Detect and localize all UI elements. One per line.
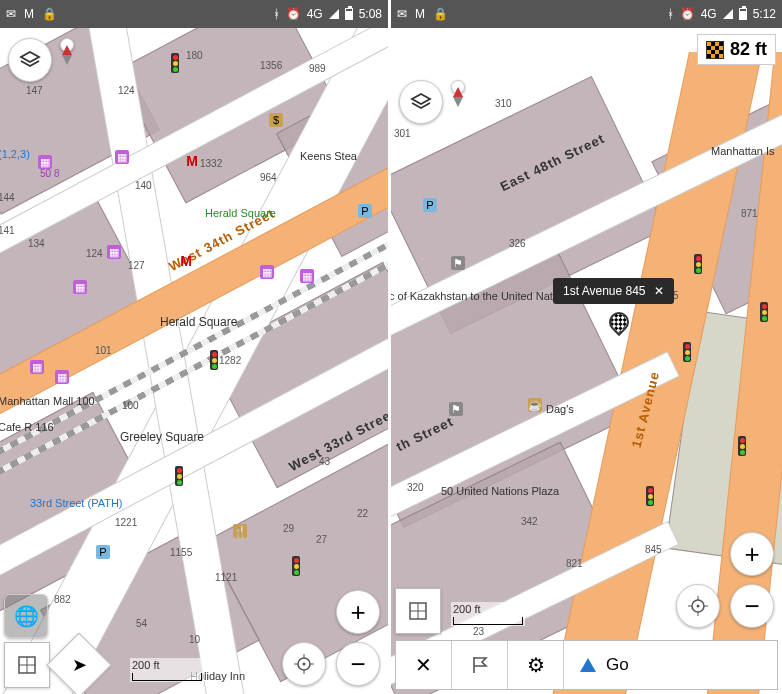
alarm-icon: ⏰ xyxy=(286,7,301,21)
cancel-button[interactable]: ✕ xyxy=(396,641,452,689)
network-label: 4G xyxy=(701,7,717,21)
distance-badge: 82 ft xyxy=(697,34,776,65)
house-num: 23 xyxy=(473,626,484,637)
house-num: 127 xyxy=(128,260,145,271)
poi-dags: Dag's xyxy=(546,403,574,415)
house-num: 180 xyxy=(186,50,203,61)
locate-button[interactable] xyxy=(282,642,326,686)
alarm-icon: ⏰ xyxy=(680,7,695,21)
grid-button[interactable] xyxy=(395,588,441,634)
house-num: 301 xyxy=(394,128,411,139)
poi-food-icon: 🍴 xyxy=(233,524,247,538)
poi-manhattan-mall: Manhattan Mall 100 xyxy=(0,395,95,407)
greeley-square-label: Greeley Square xyxy=(120,430,204,444)
poi-shop-icon: ▦ xyxy=(107,245,121,259)
layers-button[interactable] xyxy=(399,80,443,124)
poi-shop-icon: ▦ xyxy=(55,370,69,384)
house-num: 144 xyxy=(0,192,15,203)
poi-park-icon: P xyxy=(358,204,372,218)
traffic-light-icon xyxy=(646,486,654,506)
bluetooth-icon: ᚼ xyxy=(667,7,674,21)
battery-icon xyxy=(739,8,747,20)
poi-cafe-icon: ☕ xyxy=(528,398,542,412)
grid-button[interactable] xyxy=(4,642,50,688)
traffic-light-icon xyxy=(171,53,179,73)
house-num: 29 xyxy=(283,523,294,534)
house-num: 147 xyxy=(26,85,43,96)
house-num: 124 xyxy=(118,85,135,96)
svg-point-10 xyxy=(697,605,700,608)
lock-icon: 🔒 xyxy=(433,7,448,21)
traffic-light-icon xyxy=(694,254,702,274)
signal-icon xyxy=(723,9,733,19)
house-num: 310 xyxy=(495,98,512,109)
layers-button[interactable] xyxy=(8,38,52,82)
zoom-in-button[interactable]: + xyxy=(730,532,774,576)
house-num: 27 xyxy=(316,534,327,545)
route-toolbar: ✕ ⚙ Go xyxy=(395,640,778,690)
house-num: 101 xyxy=(95,345,112,356)
traffic-light-icon xyxy=(175,466,183,486)
poi-shop-icon: ▦ xyxy=(300,269,314,283)
house-num: 989 xyxy=(309,63,326,74)
lock-icon: 🔒 xyxy=(42,7,57,21)
zoom-out-button[interactable]: − xyxy=(336,642,380,686)
flag-outline-icon xyxy=(470,655,490,675)
network-label: 4G xyxy=(307,7,323,21)
house-num: 342 xyxy=(521,516,538,527)
locate-button[interactable] xyxy=(676,584,720,628)
scale-bar: 200 ft xyxy=(451,602,525,626)
signal-icon xyxy=(329,9,339,19)
mail-icon: M xyxy=(415,7,425,21)
clock-time: 5:08 xyxy=(359,7,382,21)
scale-bar: 200 ft xyxy=(130,658,204,682)
bluetooth-icon: ᚼ xyxy=(273,7,280,21)
go-button[interactable]: Go xyxy=(564,641,777,689)
compass-button[interactable] xyxy=(60,38,74,52)
mail-icon: M xyxy=(24,7,34,21)
crosshair-icon xyxy=(687,595,709,617)
close-icon[interactable]: ✕ xyxy=(654,284,664,298)
distance-value: 82 ft xyxy=(730,39,767,60)
poi-park-icon: P xyxy=(423,198,437,212)
voicemail-icon: ✉ xyxy=(6,7,16,21)
house-num: 964 xyxy=(260,172,277,183)
manhattan-is-label: Manhattan Is xyxy=(711,145,775,157)
callout-text: 1st Avenue 845 xyxy=(563,284,646,298)
clock-time: 5:12 xyxy=(753,7,776,21)
settings-button[interactable]: ⚙ xyxy=(508,641,564,689)
checkered-flag-icon xyxy=(706,41,724,59)
poi-shop-icon: ▦ xyxy=(38,155,52,169)
traffic-light-icon xyxy=(738,436,746,456)
svg-point-4 xyxy=(303,663,306,666)
globe-button[interactable]: 🌐 xyxy=(4,594,48,638)
scale-label: 200 ft xyxy=(453,603,481,615)
waypoint-button[interactable] xyxy=(452,641,508,689)
poi-park-icon: P xyxy=(96,545,110,559)
path-station: 33rd Street (PATH) xyxy=(30,497,123,509)
voicemail-icon: ✉ xyxy=(397,7,407,21)
poi-un-plaza: 50 United Nations Plaza xyxy=(441,485,559,497)
poi-shop-icon: ▦ xyxy=(30,360,44,374)
house-num: 1356 xyxy=(260,60,282,71)
house-num: 326 xyxy=(509,238,526,249)
house-num: 845 xyxy=(645,544,662,555)
house-num: 141 xyxy=(0,225,15,236)
grid-icon xyxy=(408,601,428,621)
zoom-in-button[interactable]: + xyxy=(336,590,380,634)
poi-flag-icon: ⚑ xyxy=(449,402,463,416)
herald-square-label: Herald Square xyxy=(160,315,237,329)
house-num: 134 xyxy=(28,238,45,249)
status-bar: ✉ M 🔒 ᚼ ⏰ 4G 5:08 xyxy=(0,0,388,28)
compass-button[interactable] xyxy=(451,80,465,94)
zoom-out-button[interactable]: − xyxy=(730,584,774,628)
poi-shop-icon: ▦ xyxy=(73,280,87,294)
house-num: 1282 xyxy=(219,355,241,366)
address-callout[interactable]: 1st Avenue 845 ✕ xyxy=(553,278,674,304)
house-num: 43 xyxy=(319,456,330,467)
herald-sq-park: Herald Square xyxy=(205,207,276,219)
gear-icon: ⚙ xyxy=(527,653,545,677)
house-num: 871 xyxy=(741,208,758,219)
poi-cafe-r: Cafe R 116 xyxy=(0,421,54,433)
house-num: 1332 xyxy=(200,158,222,169)
